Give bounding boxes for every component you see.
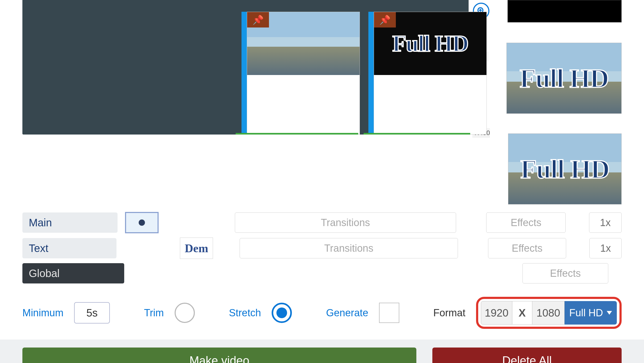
- track-thumb-demo[interactable]: Dem: [180, 238, 213, 259]
- chevron-down-icon: [607, 311, 612, 315]
- pin-icon[interactable]: 📌: [374, 12, 396, 27]
- preview-thumb-frame[interactable]: Full HD: [508, 133, 622, 204]
- track-row-main: Main Transitions Effects 1x: [22, 212, 622, 233]
- preview-column: 4 Full HD 7.400 Full HD: [472, 0, 622, 135]
- options-row: Minimum Trim Stretch Generate Format 192…: [22, 297, 622, 329]
- track-label-main[interactable]: Main: [22, 212, 118, 233]
- format-height-input[interactable]: 1080: [532, 301, 565, 325]
- timeline-dark-panel[interactable]: 📌 📌 Full HD: [22, 0, 469, 135]
- timeline-marker: [236, 133, 358, 135]
- delete-all-button[interactable]: Delete All: [432, 348, 622, 363]
- generate-checkbox[interactable]: [379, 303, 399, 323]
- preview-overlay-text: Full HD: [520, 154, 609, 184]
- clip-handle[interactable]: [241, 12, 247, 135]
- stretch-label: Stretch: [229, 307, 261, 319]
- format-highlight-box: 1920 X 1080 Full HD: [476, 297, 622, 329]
- minimum-input[interactable]: [74, 302, 110, 323]
- track-label-text[interactable]: Text: [22, 238, 116, 258]
- track-thumb-butterfly[interactable]: [125, 212, 159, 233]
- minimum-label: Minimum: [22, 307, 63, 319]
- format-separator: X: [512, 301, 532, 325]
- format-label: Format: [433, 307, 465, 319]
- transitions-button[interactable]: Transitions: [235, 212, 456, 233]
- format-preset-label: Full HD: [569, 307, 603, 319]
- timeline-clip-2[interactable]: 📌 Full HD: [374, 12, 487, 135]
- preview-overlay-text: Full HD: [520, 63, 609, 94]
- transitions-button[interactable]: Transitions: [240, 238, 458, 258]
- effects-button[interactable]: Effects: [486, 212, 566, 233]
- trim-label: Trim: [144, 307, 164, 319]
- trim-radio[interactable]: [175, 303, 195, 323]
- clip-handle[interactable]: [368, 12, 374, 135]
- preview-thumb-frame[interactable]: Full HD: [506, 43, 622, 114]
- make-video-button[interactable]: Make video: [22, 348, 416, 363]
- clip-overlay-text: Full HD: [392, 30, 468, 57]
- track-row-global: Global Effects: [22, 263, 622, 283]
- track-row-text: Text Dem Transitions Effects 1x: [22, 238, 622, 259]
- timeline-clip-1[interactable]: 📌: [247, 12, 360, 135]
- speed-button[interactable]: 1x: [589, 238, 622, 258]
- speed-button[interactable]: 1x: [589, 212, 622, 233]
- format-width-input[interactable]: 1920: [481, 301, 512, 325]
- generate-label: Generate: [326, 307, 368, 319]
- preview-black-strip: [508, 0, 622, 22]
- stretch-radio[interactable]: [272, 303, 292, 323]
- effects-button[interactable]: Effects: [522, 263, 608, 283]
- timeline-marker: [364, 133, 470, 135]
- effects-button[interactable]: Effects: [488, 238, 566, 258]
- bottom-bar: Make video Delete All: [0, 340, 644, 363]
- pin-icon[interactable]: 📌: [247, 12, 269, 27]
- format-preset-dropdown[interactable]: Full HD: [565, 301, 617, 325]
- tracks-panel: Main Transitions Effects 1x Text Dem Tra…: [22, 212, 622, 283]
- track-label-global[interactable]: Global: [22, 263, 124, 283]
